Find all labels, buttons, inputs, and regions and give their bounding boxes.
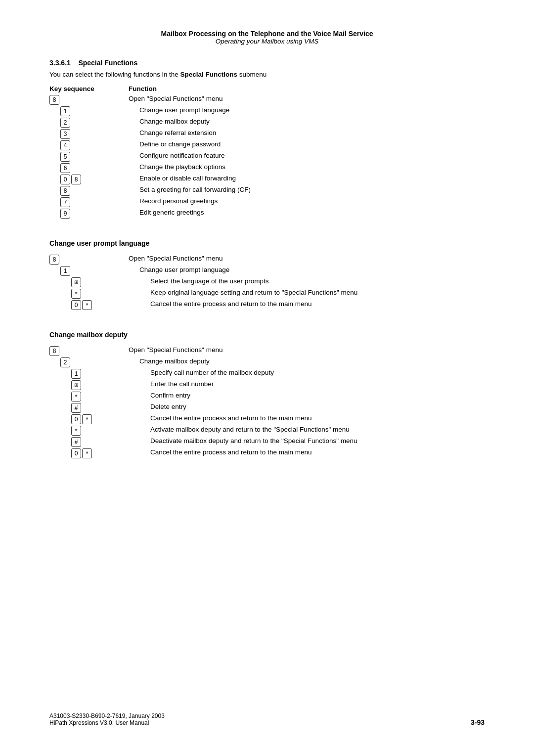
func-cell: Cancel the entire process and return to … <box>150 414 485 422</box>
key-cell: 8 <box>49 94 129 105</box>
table-row: 8 Open "Special Functions" menu <box>49 94 485 105</box>
key-7: 7 <box>60 197 70 207</box>
table-row: 8 Set a greeting for call forwarding (CF… <box>49 185 485 196</box>
key-cell: ⊞ <box>71 380 150 390</box>
func-cell: Configure notification feature <box>139 151 485 159</box>
page-header: Mailbox Processing on the Telephone and … <box>49 30 485 45</box>
key-cell: * <box>71 425 150 436</box>
key-1: 1 <box>60 266 70 276</box>
page-footer: A31003-S2330-B690-2-7619, January 2003 H… <box>49 703 485 726</box>
key-cell: ⊞ <box>71 277 150 287</box>
func-cell: Record personal greetings <box>139 197 485 205</box>
col-header-key: Key sequence <box>49 85 129 92</box>
func-cell: Set a greeting for call forwarding (CF) <box>139 185 485 193</box>
key-grid: ⊞ <box>71 277 81 287</box>
table-row: 2 Change mailbox deputy <box>49 117 485 128</box>
func-cell: Open "Special Functions" menu <box>129 94 485 102</box>
func-cell: Select the language of the user prompts <box>150 277 485 285</box>
table-row: 4 Define or change password <box>49 140 485 150</box>
key-cell: 1 <box>71 368 150 379</box>
subsection-title-change-mailbox-deputy: Change mailbox deputy <box>49 331 485 339</box>
key-3: 3 <box>60 129 70 139</box>
table-row: 5 Configure notification feature <box>49 151 485 162</box>
func-cell: Change mailbox deputy <box>139 357 485 365</box>
func-cell: Change user prompt language <box>139 106 485 114</box>
key-cell: * <box>71 288 150 299</box>
table-row: 0 * Cancel the entire process and return… <box>49 414 485 424</box>
key-8: 8 <box>49 255 59 265</box>
table-row: 1 Change user prompt language <box>49 266 485 276</box>
key-8: 8 <box>49 95 59 105</box>
header-sub-title: Operating your Mailbox using VMS <box>49 38 485 45</box>
func-cell: Confirm entry <box>150 391 485 399</box>
page: Mailbox Processing on the Telephone and … <box>0 0 534 756</box>
key-1: 1 <box>60 106 70 116</box>
key-cell: 5 <box>60 151 139 162</box>
key-cell: 8 <box>49 346 129 356</box>
func-cell: Edit generic greetings <box>139 208 485 216</box>
key-cell: 7 <box>60 197 139 207</box>
func-cell: Define or change password <box>139 140 485 148</box>
table-row: 0 * Cancel the entire process and return… <box>49 448 485 458</box>
key-cell: 8 <box>49 254 129 265</box>
key-function-table: Key sequence Function 8 Open "Special Fu… <box>49 85 485 220</box>
table-row: 1 Specify call number of the mailbox dep… <box>49 368 485 379</box>
section-heading: Special Functions <box>78 59 137 67</box>
key-cell: 1 <box>60 106 139 116</box>
func-cell: Change the playback options <box>139 163 485 171</box>
table-row: 2 Change mailbox deputy <box>49 357 485 367</box>
func-cell: Enter the call number <box>150 380 485 388</box>
footer-product: HiPath Xpressions V3.0, User Manual <box>49 719 165 726</box>
table-row: 9 Edit generic greetings <box>49 208 485 219</box>
table-header: Key sequence Function <box>49 85 485 92</box>
table-row: 8 Open "Special Functions" menu <box>49 346 485 356</box>
func-cell: Delete entry <box>150 402 485 410</box>
key-cell: 6 <box>60 163 139 173</box>
func-cell: Change user prompt language <box>139 266 485 273</box>
key-1: 1 <box>71 369 81 379</box>
key-star: * <box>71 289 81 299</box>
func-cell: Activate mailbox deputy and return to th… <box>150 425 485 433</box>
key-cell: * <box>71 391 150 401</box>
func-cell: Enable or disable call forwarding <box>139 174 485 182</box>
table-row: * Keep original language setting and ret… <box>49 288 485 299</box>
key-0: 0 <box>71 448 81 458</box>
key-hash: # <box>71 437 81 447</box>
key-cell: 4 <box>60 140 139 150</box>
table-row: ⊞ Enter the call number <box>49 380 485 390</box>
key-hash: # <box>71 403 81 413</box>
key-8: 8 <box>60 186 70 196</box>
key-grid: ⊞ <box>71 380 81 390</box>
table-row: # Deactivate mailbox deputy and return t… <box>49 437 485 447</box>
table-row: 7 Record personal greetings <box>49 197 485 207</box>
key-9: 9 <box>60 209 70 219</box>
key-star: * <box>71 426 81 436</box>
key-cell: 9 <box>60 208 139 219</box>
subsection-title-change-user-prompt: Change user prompt language <box>49 239 485 247</box>
key-0: 0 <box>71 414 81 424</box>
key-4: 4 <box>60 140 70 150</box>
section-title: 3.3.6.1 Special Functions <box>49 59 485 67</box>
key-8: 8 <box>49 346 59 356</box>
key-cell: 0 * <box>71 448 150 458</box>
key-cell: # <box>71 402 150 413</box>
func-cell: Cancel the entire process and return to … <box>150 300 485 308</box>
key-cell: 3 <box>60 129 139 139</box>
key-star: * <box>82 448 92 458</box>
key-2: 2 <box>60 118 70 128</box>
table-row: 8 Open "Special Functions" menu <box>49 254 485 265</box>
key-star: * <box>71 392 81 401</box>
change-mailbox-deputy-table: 8 Open "Special Functions" menu 2 Change… <box>49 346 485 459</box>
key-cell: 0 * <box>71 414 150 424</box>
header-main-title: Mailbox Processing on the Telephone and … <box>49 30 485 38</box>
key-0: 0 <box>71 300 81 310</box>
func-cell: Open "Special Functions" menu <box>129 254 485 262</box>
key-cell: 2 <box>60 357 139 367</box>
func-cell: Open "Special Functions" menu <box>129 346 485 354</box>
change-user-prompt-table: 8 Open "Special Functions" menu 1 Change… <box>49 254 485 311</box>
key-0: 0 <box>60 175 70 184</box>
footer-left: A31003-S2330-B690-2-7619, January 2003 H… <box>49 712 165 726</box>
table-row: 1 Change user prompt language <box>49 106 485 116</box>
key-cell: 8 <box>60 185 139 196</box>
table-row: 6 Change the playback options <box>49 163 485 173</box>
